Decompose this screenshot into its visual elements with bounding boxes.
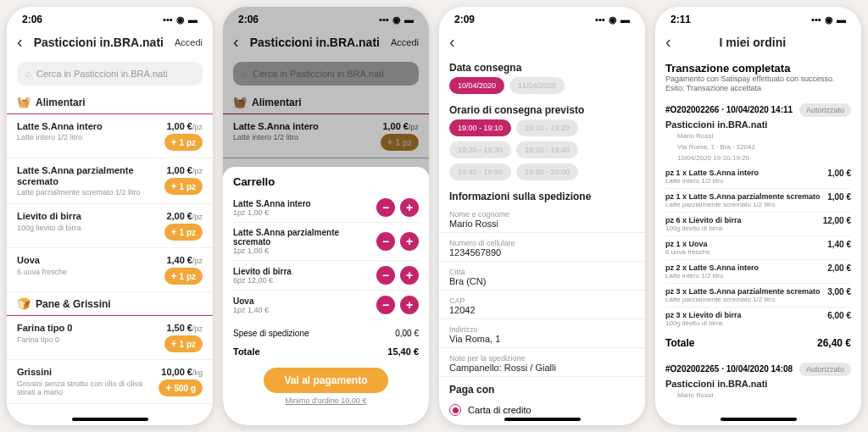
cart-item: Uova 1pz 1,40 € − + [233, 291, 419, 319]
decrease-button[interactable]: − [376, 266, 395, 285]
home-indicator[interactable] [72, 418, 148, 421]
city-value[interactable]: Bra (CN) [439, 276, 645, 291]
status-time: 2:11 [670, 14, 691, 25]
search-input[interactable]: ⌕ Cerca in Pasticcioni in.BRA.nati [17, 62, 203, 86]
phone-value[interactable]: 1234567890 [439, 247, 645, 262]
cart-item: Latte S.Anna intero 1pz 1,00 € − + [233, 193, 419, 223]
checkout-button[interactable]: Vai al pagamento [264, 368, 387, 393]
time-option[interactable]: 19:30 - 19:40 [516, 141, 578, 158]
search-placeholder: Cerca in Pasticcioni in.BRA.nati [36, 69, 168, 79]
order-customer: Mario Rossi [665, 132, 851, 143]
add-to-cart-button[interactable]: +1 pz [164, 335, 203, 352]
product-name: Latte S.Anna parzialmente scremato [17, 165, 164, 187]
product-name: Farina tipo 0 [17, 323, 164, 334]
order-line-sub: Latte parzialmente scremato 1/2 litro [665, 296, 822, 303]
category-pane: 🍞 Pane & Grissini [7, 292, 213, 316]
product-price: 1,00 €/pz [166, 121, 203, 131]
phone-label: Numero di cellulare [439, 235, 645, 247]
increase-button[interactable]: + [400, 266, 419, 285]
radio-icon [449, 404, 461, 416]
phone-screen-products: 2:06 ▪▪▪ ◉ ▬ ‹ Pasticcioni in.BRA.nati A… [7, 7, 213, 425]
order-line: pz 2 x Latte S.Anna intero Latte intero … [665, 260, 851, 284]
time-option[interactable]: 19:10 - 19:20 [516, 119, 578, 136]
note-value[interactable]: Campanello: Rossi / Gialli [439, 363, 645, 377]
pay-option-satispay[interactable]: Satispay [439, 421, 645, 425]
plus-icon: + [171, 226, 177, 238]
home-indicator[interactable] [504, 418, 581, 421]
date-option[interactable]: 11/04/2020 [509, 77, 565, 94]
decrease-button[interactable]: − [376, 232, 395, 251]
phone-screen-orders: 2:11 ▪▪▪ ◉ ▬ ‹ I miei ordini Transazione… [655, 7, 861, 425]
add-to-cart-button[interactable]: +500 g [159, 379, 203, 396]
cart-item-qty: 1pz 1,40 € [233, 306, 376, 314]
home-indicator[interactable] [721, 418, 797, 421]
order-slot: 10/04/2020 19:10-19:20 [665, 154, 851, 165]
order-total-value: 26,40 € [817, 337, 851, 349]
back-icon[interactable]: ‹ [449, 32, 455, 52]
product-description: Latte parzialmente scremato 1/2 litro [17, 188, 164, 197]
cap-value[interactable]: 12042 [439, 305, 645, 319]
order-store: Pasticcioni in.BRA.nati [665, 117, 851, 132]
add-to-cart-button[interactable]: +1 pz [164, 224, 203, 241]
status-bar: 2:06 ▪▪▪ ◉ ▬ [7, 7, 213, 27]
order-id: #O202002266 · 10/04/2020 14:11 [665, 105, 793, 114]
address-value[interactable]: Via Roma, 1 [439, 334, 645, 348]
status-bar: 2:09 ▪▪▪ ◉ ▬ [439, 7, 645, 27]
order-line-sub: Latte parzialmente scremato 1/2 litro [665, 201, 822, 208]
time-option[interactable]: 19:50 - 20:00 [516, 163, 578, 180]
plus-icon: + [171, 136, 177, 148]
header: ‹ [439, 27, 645, 57]
order-line-price: 1,00 € [822, 192, 851, 208]
battery-icon: ▬ [188, 14, 198, 25]
order-line-price: 1,00 € [822, 169, 851, 185]
decrease-button[interactable]: − [376, 296, 395, 314]
banner-subtitle: Pagamento con Satispay effettuato con su… [665, 75, 851, 93]
delivery-time-label: Orario di consegna previsto [439, 99, 645, 119]
bread-icon: 🍞 [17, 297, 31, 310]
date-option[interactable]: 10/04/2020 [449, 77, 504, 94]
name-value[interactable]: Mario Rossi [439, 219, 645, 233]
add-to-cart-button[interactable]: +1 pz [164, 134, 203, 151]
wifi-icon: ◉ [825, 14, 833, 25]
increase-button[interactable]: + [400, 198, 419, 217]
header: ‹ Pasticcioni in.BRA.nati Accedi [7, 27, 213, 57]
plus-icon: + [171, 338, 177, 350]
time-option[interactable]: 19:40 - 19:50 [449, 163, 511, 180]
decrease-button[interactable]: − [376, 198, 395, 217]
page-title: Pasticcioni in.BRA.nati [30, 36, 168, 49]
login-link[interactable]: Accedi [175, 37, 203, 47]
time-option[interactable]: 19:20 - 19:30 [449, 141, 511, 158]
add-to-cart-button[interactable]: +1 pz [164, 178, 203, 195]
back-icon[interactable]: ‹ [17, 32, 23, 52]
page-title: I miei ordini [678, 36, 827, 49]
back-icon[interactable]: ‹ [665, 32, 671, 52]
order-line-name: pz 6 x Lievito di birra [665, 216, 818, 224]
increase-button[interactable]: + [400, 232, 419, 251]
plus-icon: + [165, 382, 171, 394]
status-time: 2:06 [22, 14, 42, 25]
status-icons: ▪▪▪ ◉ ▬ [811, 14, 846, 25]
order-line-price: 2,00 € [822, 263, 851, 280]
order-customer: Mario Rossi [665, 391, 851, 402]
time-option[interactable]: 19:00 - 19:10 [449, 119, 511, 136]
order-line: pz 1 x Latte S.Anna intero Latte intero … [665, 165, 851, 189]
signal-icon: ▪▪▪ [163, 14, 173, 25]
basket-icon: 🧺 [17, 96, 31, 108]
status-icons: ▪▪▪ ◉ ▬ [595, 14, 630, 25]
status-icons: ▪▪▪ ◉ ▬ [163, 14, 198, 25]
product-price: 2,00 €/pz [166, 211, 203, 221]
cart-item: Lievito di birra 6pz 12,00 € − + [233, 261, 419, 291]
increase-button[interactable]: + [400, 296, 419, 314]
order-line: pz 3 x Lievito di birra 100g lievito di … [665, 307, 851, 330]
plus-icon: + [171, 180, 177, 192]
city-label: Città [439, 263, 645, 276]
cart-sheet: Carrello Latte S.Anna intero 1pz 1,00 € … [223, 167, 429, 425]
min-order-note: Minimo d'ordine 10,00 € [233, 396, 419, 405]
shipping-info-label: Informazioni sulla spedizione [439, 186, 645, 206]
order-line-sub: Latte intero 1/2 litro [665, 177, 822, 185]
battery-icon: ▬ [837, 14, 846, 25]
total-value: 15,40 € [387, 346, 419, 357]
add-to-cart-button[interactable]: +1 pz [164, 268, 203, 285]
product-row: Grissini Grissini senza strutto con olio… [7, 360, 213, 404]
order-line-sub: 6 uova fresche [665, 248, 822, 256]
